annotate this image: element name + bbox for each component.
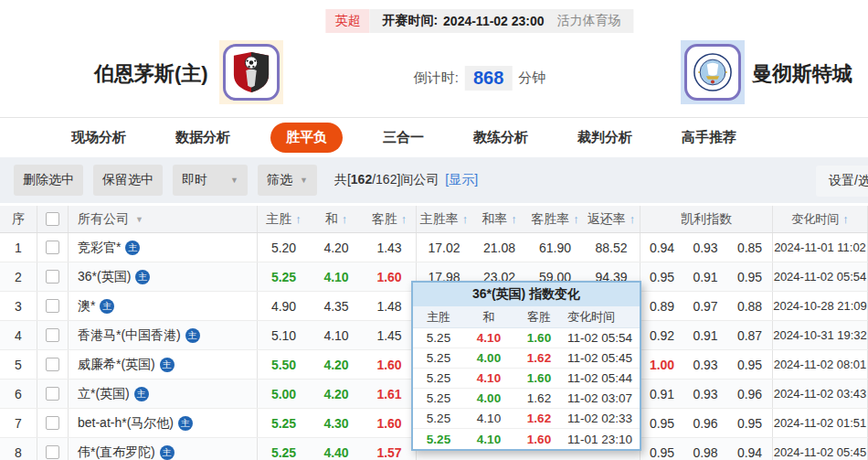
company-cell: 立*(英国)主 bbox=[68, 380, 257, 408]
popup-odds-cell: 4.00 bbox=[464, 348, 513, 368]
draw-odds[interactable]: 4.30 bbox=[310, 409, 363, 437]
home-odds[interactable]: 5.25 bbox=[257, 438, 310, 460]
home-odds[interactable]: 5.25 bbox=[257, 409, 310, 437]
company-cell: bet-at-h*(马尔他)主 bbox=[68, 409, 257, 437]
sort-asc-icon: ↑ bbox=[401, 212, 408, 226]
company-name[interactable]: 香港马*(中国香港) bbox=[78, 327, 181, 344]
popup-odds-cell: 5.25 bbox=[413, 369, 464, 388]
header-away-odds[interactable]: 客胜↑ bbox=[363, 206, 416, 232]
row-checkbox[interactable] bbox=[46, 445, 59, 459]
away-odds[interactable]: 1.60 bbox=[363, 350, 416, 379]
header-home-rate[interactable]: 主胜率↑ bbox=[416, 206, 471, 232]
header-company[interactable]: 所有公司 ▼ bbox=[68, 206, 257, 232]
countdown-value: 868 bbox=[465, 66, 512, 91]
home-odds[interactable]: 5.10 bbox=[257, 321, 310, 349]
popup-odds-cell: 1.60 bbox=[513, 328, 565, 348]
draw-odds[interactable]: 4.20 bbox=[310, 380, 363, 408]
select-all-checkbox[interactable] bbox=[46, 212, 59, 226]
home-odds[interactable]: 5.50 bbox=[257, 350, 310, 379]
company-cell: 36*(英国)主 bbox=[68, 262, 257, 291]
popup-odds-cell: 5.25 bbox=[413, 328, 464, 348]
header-away-rate[interactable]: 客胜率↑ bbox=[527, 206, 583, 232]
row-checkbox[interactable] bbox=[46, 416, 59, 430]
company-name[interactable]: bet-at-h*(马尔他) bbox=[78, 415, 174, 432]
draw-odds[interactable]: 4.40 bbox=[310, 438, 363, 460]
company-name[interactable]: 竞彩官* bbox=[78, 240, 121, 256]
draw-odds[interactable]: 4.10 bbox=[310, 262, 363, 291]
row-select-cell bbox=[37, 292, 68, 320]
tab-coach-analysis[interactable]: 教练分析 bbox=[464, 123, 537, 153]
tab-three-in-one[interactable]: 三合一 bbox=[374, 123, 433, 153]
delete-selected-button[interactable]: 删除选中 bbox=[14, 165, 83, 196]
header-change-time[interactable]: 变化时间↑ bbox=[772, 206, 868, 232]
row-checkbox[interactable] bbox=[46, 358, 59, 371]
header-draw-rate[interactable]: 和率↑ bbox=[471, 206, 527, 232]
header-home-odds[interactable]: 主胜↑ bbox=[257, 206, 310, 232]
draw-odds[interactable]: 4.35 bbox=[310, 292, 363, 320]
popup-odds-cell: 5.25 bbox=[413, 389, 464, 408]
row-index: 4 bbox=[0, 321, 37, 349]
home-odds[interactable]: 5.00 bbox=[257, 380, 310, 408]
away-odds[interactable]: 1.45 bbox=[363, 321, 416, 349]
show-link[interactable]: [显示] bbox=[445, 172, 478, 188]
tab-win-draw-lose[interactable]: 胜平负 bbox=[270, 123, 343, 153]
sort-asc-icon: ↑ bbox=[462, 212, 469, 226]
company-name[interactable]: 澳* bbox=[78, 298, 95, 315]
away-odds[interactable]: 1.43 bbox=[363, 233, 416, 262]
venue-name: 活力体育场 bbox=[557, 13, 621, 29]
filter-dropdown[interactable]: 筛选 ▼ bbox=[258, 165, 317, 196]
change-time: 2024-11-02 01:51 bbox=[772, 409, 868, 437]
tab-expert-picks[interactable]: 高手推荐 bbox=[672, 123, 746, 153]
kelly-index: 0.96 bbox=[727, 380, 772, 408]
row-checkbox[interactable] bbox=[46, 299, 59, 313]
draw-odds[interactable]: 4.10 bbox=[310, 321, 363, 349]
sort-asc-icon: ↑ bbox=[295, 212, 302, 226]
row-checkbox[interactable] bbox=[46, 270, 59, 283]
row-select-cell bbox=[37, 321, 68, 349]
row-checkbox[interactable] bbox=[46, 328, 59, 342]
settings-button[interactable]: 设置/选择 bbox=[816, 166, 868, 197]
kelly-index: 0.95 bbox=[640, 262, 683, 291]
company-name[interactable]: 立*(英国) bbox=[78, 386, 130, 402]
keep-selected-button[interactable]: 保留选中 bbox=[93, 165, 163, 196]
row-select-cell bbox=[37, 233, 68, 262]
league-badge: 英超 bbox=[325, 9, 369, 33]
tab-data-analysis[interactable]: 数据分析 bbox=[166, 123, 239, 153]
change-time: 2024-11-02 03:43 bbox=[772, 380, 868, 408]
home-team-name: 伯恩茅斯(主) bbox=[94, 60, 208, 88]
away-odds[interactable]: 1.48 bbox=[363, 292, 416, 320]
change-time: 2024-11-02 05:54 bbox=[772, 262, 868, 291]
company-cell: 香港马*(中国香港)主 bbox=[68, 321, 257, 349]
change-time: 2024-10-28 21:09 bbox=[772, 292, 868, 320]
header-kelly: 凯利指数 bbox=[640, 206, 772, 232]
popup-header-cell: 客胜 bbox=[513, 306, 565, 327]
company-name[interactable]: 伟*(直布罗陀) bbox=[78, 444, 155, 460]
tab-live-analysis[interactable]: 现场分析 bbox=[62, 123, 135, 153]
countdown-unit: 分钟 bbox=[518, 70, 545, 87]
away-odds[interactable]: 1.61 bbox=[363, 380, 416, 408]
main-company-badge: 主 bbox=[160, 445, 175, 460]
company-name[interactable]: 36*(英国) bbox=[78, 269, 131, 285]
company-cell: 澳*主 bbox=[68, 292, 257, 320]
kelly-index: 0.85 bbox=[727, 233, 772, 262]
time-mode-dropdown[interactable]: 即时 ▼ bbox=[173, 165, 248, 196]
company-name[interactable]: 威廉希*(英国) bbox=[78, 357, 155, 373]
company-count-current: 162 bbox=[351, 172, 372, 187]
row-checkbox[interactable] bbox=[46, 241, 59, 254]
away-odds[interactable]: 1.60 bbox=[363, 409, 416, 437]
home-odds[interactable]: 5.25 bbox=[257, 262, 310, 291]
kelly-index: 0.91 bbox=[640, 380, 683, 408]
header-draw-odds[interactable]: 和↑ bbox=[310, 206, 363, 232]
kelly-index: 0.94 bbox=[640, 233, 683, 262]
header-return-rate[interactable]: 返还率↑ bbox=[583, 206, 640, 232]
draw-odds[interactable]: 4.20 bbox=[310, 350, 363, 379]
home-odds[interactable]: 5.20 bbox=[257, 233, 310, 262]
tab-referee-analysis[interactable]: 裁判分析 bbox=[568, 123, 641, 153]
row-checkbox[interactable] bbox=[46, 387, 59, 401]
draw-odds[interactable]: 4.20 bbox=[310, 233, 363, 262]
kelly-index: 0.93 bbox=[683, 233, 727, 262]
away-odds[interactable]: 1.60 bbox=[363, 262, 416, 291]
home-odds[interactable]: 4.90 bbox=[257, 292, 310, 320]
away-odds[interactable]: 1.57 bbox=[363, 438, 416, 460]
popup-time-cell: 11-02 02:33 bbox=[565, 409, 640, 428]
